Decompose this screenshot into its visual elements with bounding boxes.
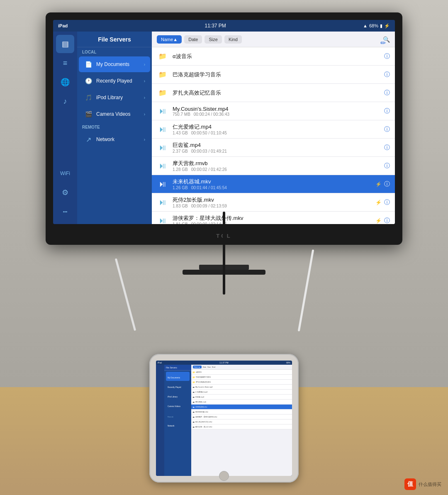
video-icon-5: ⏯ xyxy=(157,124,168,135)
mini-sidebar xyxy=(156,365,164,476)
nav-item-ipod-library[interactable]: 🎵 iPod Library › xyxy=(79,90,150,105)
more-icon: ••• xyxy=(63,210,68,214)
status-bar: iPad 11:37 PM ▲ 68% ▮ ⚡ xyxy=(53,20,395,32)
mini-status-left: iPad xyxy=(158,361,162,364)
file-duration-6: 00:00:03 / 01:49:21 xyxy=(191,149,227,154)
nav-item-my-documents[interactable]: 📄 My Documents › xyxy=(79,56,150,72)
info-icon-9[interactable]: ⓘ xyxy=(384,199,390,206)
video-icon-4: ⏯ xyxy=(157,105,168,117)
sidebar-icon-files[interactable]: ▤ xyxy=(56,35,74,53)
battery-text: 68% xyxy=(369,23,378,28)
mini-remote-label: Remote xyxy=(168,416,173,418)
file-duration-4: 00:00:24 / 00:36:43 xyxy=(194,112,229,117)
mini-sort-kind: Kind xyxy=(212,366,215,368)
file-meta-5: 1.43 GB 00:00:50 / 01:10:45 xyxy=(173,131,380,135)
mini-sort-date: Date xyxy=(203,366,206,368)
sort-name-button[interactable]: Name▲ xyxy=(157,35,182,44)
watermark-label: 什么值得买 xyxy=(419,481,441,488)
sidebar-icon-music[interactable]: ♪ xyxy=(56,92,74,110)
info-icon-2[interactable]: ⓘ xyxy=(384,71,390,78)
nav-item-network[interactable]: ↗ Network › xyxy=(79,132,150,147)
panel-title: File Servers xyxy=(98,36,131,43)
file-info-9: 死侍2加长版.mkv 1.83 GB 00:00:09 / 02:13:59 xyxy=(173,196,371,208)
file-info-3: 罗扎夫高效记忆音乐 xyxy=(173,89,380,97)
mini-row-9: ⏯ 死侍2加长版.mkv xyxy=(191,410,292,415)
battery-icon: ▮ xyxy=(380,23,382,29)
file-row-rengai[interactable]: ⏯ 仁光爱难记.mp4 1.43 GB 00:00:50 / 01:10:45 … xyxy=(152,120,395,139)
file-row-lozanov[interactable]: 📁 罗扎夫高效记忆音乐 ⓘ xyxy=(152,84,395,102)
download-icon-10: ⚡ xyxy=(375,218,382,224)
panel-header: File Servers xyxy=(77,32,152,47)
info-icon-10[interactable]: ⓘ xyxy=(384,217,390,224)
mini-status-bar: iPad 11:37 PM 68% xyxy=(156,361,292,365)
info-icon-7[interactable]: ⓘ xyxy=(384,162,390,170)
ipad-screen: iPad 11:37 PM 68% File Servers My Docume… xyxy=(156,361,292,476)
file-name-4: My.Cousin's.Sister.mp4 xyxy=(173,106,380,112)
info-icon-8[interactable]: ⓘ xyxy=(384,180,390,188)
info-icon-1[interactable]: ⓘ xyxy=(384,53,390,60)
sidebar-icon-more[interactable]: ••• xyxy=(56,202,74,221)
mini-sort-name: Name▲ xyxy=(193,366,202,368)
file-size-6: 2.37 GB xyxy=(173,149,188,154)
file-rows: 📁 α波音乐 ⓘ 📁 巴洛克超级学习音乐 xyxy=(152,47,395,224)
file-name-10: 游侠索罗：星球大战外传.mkv xyxy=(173,215,371,222)
mini-recently-played: Recently Played xyxy=(168,386,181,388)
nav-item-recently-played[interactable]: 🕐 Recently Played › xyxy=(79,73,150,89)
file-row-cousin-sister[interactable]: ⏯ My.Cousin's.Sister.mp4 750.7 MB 00:00:… xyxy=(152,102,395,120)
chevron-icon-4: › xyxy=(144,112,145,117)
file-meta-10: 1.81 GB 00:00:00 / 02:14:46 xyxy=(173,222,371,224)
file-duration-10: 00:00:00 / 02:14:46 xyxy=(191,222,227,224)
file-name-3: 罗扎夫高效记忆音乐 xyxy=(173,89,380,97)
edit-button[interactable]: ✏ xyxy=(380,39,386,47)
file-row-deadpool2[interactable]: ⏯ 死侍2加长版.mkv 1.83 GB 00:00:09 / 02:13:59 xyxy=(152,193,395,212)
nav-label-recently-played: Recently Played xyxy=(96,78,141,84)
tv-bezel: iPad 11:37 PM ▲ 68% ▮ ⚡ ▤ xyxy=(46,12,402,245)
file-row-megalodon[interactable]: ⏯ 巨齿鲨.mp4 2.37 GB 00:00:03 / 01:49:21 ⓘ xyxy=(152,139,395,157)
sort-kind-button[interactable]: Kind xyxy=(224,35,242,44)
info-icon-4[interactable]: ⓘ xyxy=(384,107,390,115)
file-size-9: 1.83 GB xyxy=(173,204,188,208)
nav-label-ipod-library: iPod Library xyxy=(96,95,141,100)
file-row-robot-city[interactable]: ⏯ 未来机器城.mkv 1.26 GB 00:01:44 / 01:45:54 xyxy=(152,175,395,193)
nav-label-my-documents: My Documents xyxy=(96,61,141,67)
file-actions-9: ⚡ ⓘ xyxy=(375,199,390,206)
sort-size-button[interactable]: Size xyxy=(205,35,222,44)
file-meta-6: 2.37 GB 00:00:03 / 01:49:21 xyxy=(173,149,380,154)
chevron-icon-2: › xyxy=(144,79,145,83)
file-row-alpha-music[interactable]: 📁 α波音乐 ⓘ xyxy=(152,47,395,66)
camera-icon: 🎬 xyxy=(84,110,93,119)
mini-row-11: ⏯ 狄仁杰之四大天王.mkv xyxy=(191,419,292,424)
wifi-indicator: ▲ xyxy=(363,23,368,28)
file-actions-8: ⚡ ⓘ xyxy=(375,180,390,188)
file-row-solo[interactable]: ⏯ 游侠索罗：星球大战外传.mkv 1.81 GB 00:00:00 / 02:… xyxy=(152,212,395,224)
video-icon-9: ⏯ xyxy=(157,197,168,208)
sidebar-icon-globe[interactable]: 🌐 xyxy=(56,73,74,91)
info-icon-6[interactable]: ⓘ xyxy=(384,144,390,151)
file-meta-9: 1.83 GB 00:00:09 / 02:13:59 xyxy=(173,204,371,208)
file-row-baroque[interactable]: 📁 巴洛克超级学习音乐 ⓘ xyxy=(152,66,395,84)
file-info-1: α波音乐 xyxy=(173,53,380,60)
sort-date-button[interactable]: Date xyxy=(184,35,202,44)
mini-row-6: ⏯ 巨齿鲨.mp4 xyxy=(191,395,292,400)
mini-network: Network xyxy=(168,425,175,427)
tv-screen: iPad 11:37 PM ▲ 68% ▮ ⚡ ▤ xyxy=(53,20,395,224)
file-name-1: α波音乐 xyxy=(173,53,380,60)
file-size-8: 1.26 GB xyxy=(173,185,188,190)
sidebar-icon-settings[interactable]: ⚙ xyxy=(56,183,74,202)
ipad-home-button[interactable] xyxy=(219,471,229,481)
status-indicators: ▲ 68% ▮ ⚡ xyxy=(363,23,390,29)
nav-item-camera-videos[interactable]: 🎬 Camera Videos › xyxy=(79,106,150,122)
sidebar-icon-wifi[interactable]: WiFi xyxy=(56,164,74,183)
mini-camera-videos: Camera Videos xyxy=(168,405,180,407)
remote-section-label: Remote xyxy=(77,122,152,131)
mini-sort-size: Size xyxy=(207,366,211,368)
file-row-skyscraper[interactable]: ⏯ 摩天营救.rmvb 1.28 GB 00:00:02 / 01:42:26 … xyxy=(152,157,395,175)
mini-row-2: 📁 巴洛克超级学习音乐 xyxy=(191,375,292,380)
mini-ipad-ui: iPad 11:37 PM 68% File Servers My Docume… xyxy=(156,361,292,476)
mini-row-1: 📁 α波音乐 xyxy=(191,370,292,375)
info-icon-3[interactable]: ⓘ xyxy=(384,89,390,97)
mini-file-list: Name▲ Date Size Kind 📁 α波音乐 📁 巴洛克超级学习音乐 … xyxy=(191,365,292,476)
toolbar: Name▲ Date Size Kind 🔍 xyxy=(152,32,395,47)
sidebar-icon-list[interactable]: ≡ xyxy=(56,54,74,72)
info-icon-5[interactable]: ⓘ xyxy=(384,126,390,133)
